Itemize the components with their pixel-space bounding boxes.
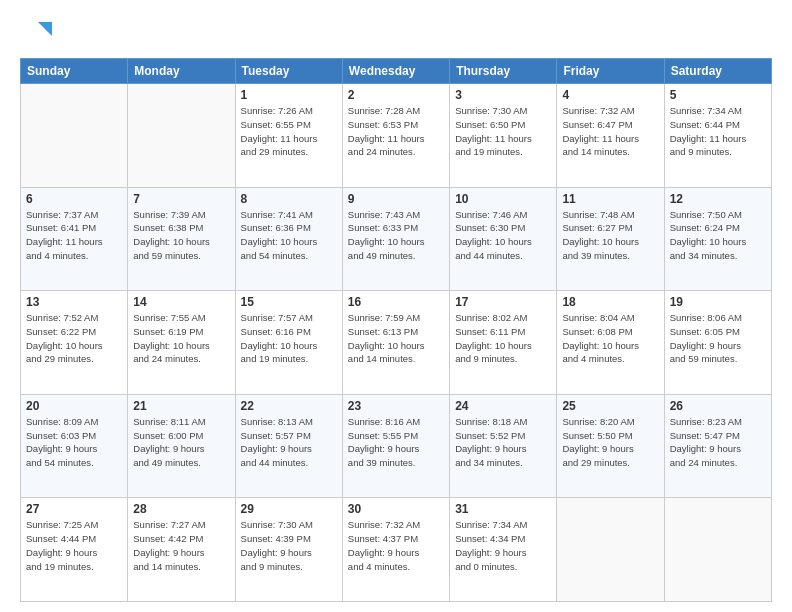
day-info: Sunrise: 7:32 AM Sunset: 6:47 PM Dayligh…	[562, 104, 658, 159]
day-info: Sunrise: 8:18 AM Sunset: 5:52 PM Dayligh…	[455, 415, 551, 470]
calendar-cell: 30Sunrise: 7:32 AM Sunset: 4:37 PM Dayli…	[342, 498, 449, 602]
calendar-header-tuesday: Tuesday	[235, 59, 342, 84]
day-number: 1	[241, 88, 337, 102]
day-info: Sunrise: 8:11 AM Sunset: 6:00 PM Dayligh…	[133, 415, 229, 470]
day-number: 5	[670, 88, 766, 102]
day-info: Sunrise: 8:09 AM Sunset: 6:03 PM Dayligh…	[26, 415, 122, 470]
calendar-cell: 17Sunrise: 8:02 AM Sunset: 6:11 PM Dayli…	[450, 291, 557, 395]
calendar-cell: 22Sunrise: 8:13 AM Sunset: 5:57 PM Dayli…	[235, 394, 342, 498]
day-info: Sunrise: 8:04 AM Sunset: 6:08 PM Dayligh…	[562, 311, 658, 366]
calendar-cell: 2Sunrise: 7:28 AM Sunset: 6:53 PM Daylig…	[342, 84, 449, 188]
calendar-cell	[557, 498, 664, 602]
day-info: Sunrise: 7:27 AM Sunset: 4:42 PM Dayligh…	[133, 518, 229, 573]
day-info: Sunrise: 7:30 AM Sunset: 4:39 PM Dayligh…	[241, 518, 337, 573]
day-number: 8	[241, 192, 337, 206]
calendar-cell: 4Sunrise: 7:32 AM Sunset: 6:47 PM Daylig…	[557, 84, 664, 188]
calendar-cell: 15Sunrise: 7:57 AM Sunset: 6:16 PM Dayli…	[235, 291, 342, 395]
day-number: 28	[133, 502, 229, 516]
calendar-cell: 24Sunrise: 8:18 AM Sunset: 5:52 PM Dayli…	[450, 394, 557, 498]
day-number: 7	[133, 192, 229, 206]
calendar-cell: 25Sunrise: 8:20 AM Sunset: 5:50 PM Dayli…	[557, 394, 664, 498]
calendar-header-thursday: Thursday	[450, 59, 557, 84]
logo-icon	[20, 16, 52, 48]
day-number: 24	[455, 399, 551, 413]
day-number: 30	[348, 502, 444, 516]
day-info: Sunrise: 7:57 AM Sunset: 6:16 PM Dayligh…	[241, 311, 337, 366]
day-info: Sunrise: 7:50 AM Sunset: 6:24 PM Dayligh…	[670, 208, 766, 263]
day-info: Sunrise: 7:46 AM Sunset: 6:30 PM Dayligh…	[455, 208, 551, 263]
calendar-cell: 19Sunrise: 8:06 AM Sunset: 6:05 PM Dayli…	[664, 291, 771, 395]
day-info: Sunrise: 7:34 AM Sunset: 6:44 PM Dayligh…	[670, 104, 766, 159]
day-number: 31	[455, 502, 551, 516]
calendar-cell: 29Sunrise: 7:30 AM Sunset: 4:39 PM Dayli…	[235, 498, 342, 602]
day-number: 17	[455, 295, 551, 309]
calendar-cell	[21, 84, 128, 188]
day-number: 3	[455, 88, 551, 102]
day-number: 6	[26, 192, 122, 206]
calendar-cell: 1Sunrise: 7:26 AM Sunset: 6:55 PM Daylig…	[235, 84, 342, 188]
day-number: 12	[670, 192, 766, 206]
day-info: Sunrise: 8:16 AM Sunset: 5:55 PM Dayligh…	[348, 415, 444, 470]
calendar-week-2: 6Sunrise: 7:37 AM Sunset: 6:41 PM Daylig…	[21, 187, 772, 291]
day-number: 11	[562, 192, 658, 206]
day-number: 9	[348, 192, 444, 206]
calendar-cell	[664, 498, 771, 602]
calendar-cell: 3Sunrise: 7:30 AM Sunset: 6:50 PM Daylig…	[450, 84, 557, 188]
calendar-cell: 21Sunrise: 8:11 AM Sunset: 6:00 PM Dayli…	[128, 394, 235, 498]
calendar-week-1: 1Sunrise: 7:26 AM Sunset: 6:55 PM Daylig…	[21, 84, 772, 188]
day-number: 14	[133, 295, 229, 309]
calendar-header-wednesday: Wednesday	[342, 59, 449, 84]
day-info: Sunrise: 7:43 AM Sunset: 6:33 PM Dayligh…	[348, 208, 444, 263]
day-number: 20	[26, 399, 122, 413]
calendar-cell: 12Sunrise: 7:50 AM Sunset: 6:24 PM Dayli…	[664, 187, 771, 291]
day-info: Sunrise: 8:06 AM Sunset: 6:05 PM Dayligh…	[670, 311, 766, 366]
day-info: Sunrise: 7:52 AM Sunset: 6:22 PM Dayligh…	[26, 311, 122, 366]
calendar-cell: 31Sunrise: 7:34 AM Sunset: 4:34 PM Dayli…	[450, 498, 557, 602]
calendar-cell: 20Sunrise: 8:09 AM Sunset: 6:03 PM Dayli…	[21, 394, 128, 498]
day-info: Sunrise: 7:28 AM Sunset: 6:53 PM Dayligh…	[348, 104, 444, 159]
logo	[20, 16, 56, 48]
calendar-cell: 10Sunrise: 7:46 AM Sunset: 6:30 PM Dayli…	[450, 187, 557, 291]
day-number: 29	[241, 502, 337, 516]
day-number: 22	[241, 399, 337, 413]
day-info: Sunrise: 7:34 AM Sunset: 4:34 PM Dayligh…	[455, 518, 551, 573]
calendar-cell: 27Sunrise: 7:25 AM Sunset: 4:44 PM Dayli…	[21, 498, 128, 602]
day-info: Sunrise: 7:48 AM Sunset: 6:27 PM Dayligh…	[562, 208, 658, 263]
calendar-cell: 26Sunrise: 8:23 AM Sunset: 5:47 PM Dayli…	[664, 394, 771, 498]
day-number: 13	[26, 295, 122, 309]
day-info: Sunrise: 8:13 AM Sunset: 5:57 PM Dayligh…	[241, 415, 337, 470]
calendar-cell: 28Sunrise: 7:27 AM Sunset: 4:42 PM Dayli…	[128, 498, 235, 602]
day-info: Sunrise: 8:20 AM Sunset: 5:50 PM Dayligh…	[562, 415, 658, 470]
day-number: 26	[670, 399, 766, 413]
day-info: Sunrise: 7:26 AM Sunset: 6:55 PM Dayligh…	[241, 104, 337, 159]
day-number: 27	[26, 502, 122, 516]
calendar-cell: 5Sunrise: 7:34 AM Sunset: 6:44 PM Daylig…	[664, 84, 771, 188]
day-info: Sunrise: 8:02 AM Sunset: 6:11 PM Dayligh…	[455, 311, 551, 366]
calendar-table: SundayMondayTuesdayWednesdayThursdayFrid…	[20, 58, 772, 602]
day-info: Sunrise: 8:23 AM Sunset: 5:47 PM Dayligh…	[670, 415, 766, 470]
day-number: 16	[348, 295, 444, 309]
calendar-header-monday: Monday	[128, 59, 235, 84]
calendar-cell: 13Sunrise: 7:52 AM Sunset: 6:22 PM Dayli…	[21, 291, 128, 395]
day-info: Sunrise: 7:55 AM Sunset: 6:19 PM Dayligh…	[133, 311, 229, 366]
day-info: Sunrise: 7:59 AM Sunset: 6:13 PM Dayligh…	[348, 311, 444, 366]
calendar-header-saturday: Saturday	[664, 59, 771, 84]
calendar-cell: 18Sunrise: 8:04 AM Sunset: 6:08 PM Dayli…	[557, 291, 664, 395]
calendar-cell: 9Sunrise: 7:43 AM Sunset: 6:33 PM Daylig…	[342, 187, 449, 291]
calendar-cell	[128, 84, 235, 188]
calendar-cell: 23Sunrise: 8:16 AM Sunset: 5:55 PM Dayli…	[342, 394, 449, 498]
day-number: 19	[670, 295, 766, 309]
calendar-cell: 14Sunrise: 7:55 AM Sunset: 6:19 PM Dayli…	[128, 291, 235, 395]
page: SundayMondayTuesdayWednesdayThursdayFrid…	[0, 0, 792, 612]
calendar-cell: 6Sunrise: 7:37 AM Sunset: 6:41 PM Daylig…	[21, 187, 128, 291]
day-info: Sunrise: 7:41 AM Sunset: 6:36 PM Dayligh…	[241, 208, 337, 263]
day-info: Sunrise: 7:39 AM Sunset: 6:38 PM Dayligh…	[133, 208, 229, 263]
svg-marker-0	[38, 22, 52, 36]
calendar-header-row: SundayMondayTuesdayWednesdayThursdayFrid…	[21, 59, 772, 84]
calendar-cell: 16Sunrise: 7:59 AM Sunset: 6:13 PM Dayli…	[342, 291, 449, 395]
day-number: 25	[562, 399, 658, 413]
day-number: 21	[133, 399, 229, 413]
day-number: 4	[562, 88, 658, 102]
day-number: 2	[348, 88, 444, 102]
calendar-week-4: 20Sunrise: 8:09 AM Sunset: 6:03 PM Dayli…	[21, 394, 772, 498]
